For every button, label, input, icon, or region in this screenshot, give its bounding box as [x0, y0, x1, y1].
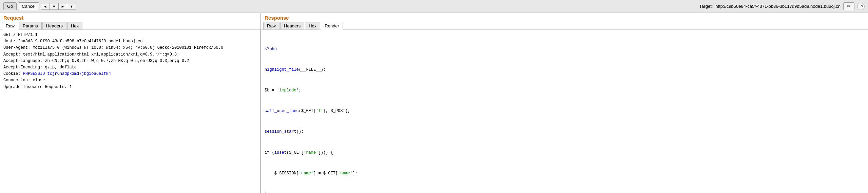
tab-hex[interactable]: Hex: [67, 22, 82, 29]
next-down-button[interactable]: ▼: [67, 3, 76, 9]
request-title: Request: [0, 13, 261, 21]
response-title: Response: [261, 13, 868, 21]
request-line-1: GET / HTTP/1.1: [3, 32, 257, 38]
request-line-3: User-Agent: Mozilla/5.0 (Windows NT 10.0…: [3, 45, 257, 51]
tab-params[interactable]: Params: [19, 22, 42, 29]
code-line-1: highlight_file(__FILE__);: [265, 66, 865, 73]
request-line-8: Connection: close: [3, 77, 257, 84]
tab-headers[interactable]: Headers: [42, 22, 66, 29]
response-panel: Response Raw Headers Hex Render <?php hi…: [261, 13, 868, 193]
request-tabs: Raw Params Headers Hex: [0, 21, 261, 30]
code-line-5: if (isset($_GET['name']))) {: [265, 149, 865, 156]
edit-icon[interactable]: ✏: [843, 2, 854, 10]
code-line-3: call_user_func($_GET['f'], $_POST);: [265, 108, 865, 114]
request-line-9: Upgrade-Insecure-Requests: 1: [3, 84, 257, 90]
tab-response-render[interactable]: Render: [321, 22, 343, 30]
next-button[interactable]: ►: [59, 3, 67, 9]
tab-response-headers[interactable]: Headers: [280, 22, 304, 29]
request-line-6: Accept-Encoding: gzip, deflate: [3, 64, 257, 71]
tab-response-raw[interactable]: Raw: [263, 22, 279, 29]
target-info: Target: http://c9b50e84-ca5f-4371-bb36-3…: [699, 2, 865, 10]
code-line-6: $_SESSION['name'] = $_GET['name'];: [265, 170, 865, 177]
request-panel: Request Raw Params Headers Hex GET / HTT…: [0, 13, 261, 193]
request-content[interactable]: GET / HTTP/1.1 Host: 2aa8d319-0f90-43af-…: [0, 30, 261, 193]
request-line-2: Host: 2aa8d319-0f90-43af-b598-b7c0c41476…: [3, 38, 257, 45]
request-line-7: Cookie: PHPSESSID=tcjr6nadpk3md7jbgioa6e…: [3, 71, 257, 77]
target-label: Target:: [699, 4, 713, 9]
go-button[interactable]: Go: [3, 2, 17, 10]
cookie-value[interactable]: PHPSESSID=tcjr6nadpk3md7jbgioa6elfk4: [23, 71, 111, 76]
toolbar: Go Cancel ◄ ▼ ► ▼ Target: http://c9b50e8…: [0, 0, 868, 13]
prev-button[interactable]: ◄: [41, 3, 50, 9]
cookie-label: Cookie:: [3, 71, 23, 76]
nav-group: ◄ ▼ ► ▼: [41, 3, 76, 10]
code-line-2: $b = 'implode';: [265, 87, 865, 94]
code-block: <?php highlight_file(__FILE__); $b = 'im…: [265, 32, 865, 193]
request-line-5: Accept-Language: zh-CN,zh;q=0.8,zh-TW;q=…: [3, 58, 257, 64]
response-tabs: Raw Headers Hex Render: [261, 21, 868, 30]
request-line-4: Accept: text/html,application/xhtml+xml,…: [3, 51, 257, 58]
cancel-button[interactable]: Cancel: [18, 2, 39, 10]
response-content[interactable]: <?php highlight_file(__FILE__); $b = 'im…: [261, 30, 868, 193]
code-line-4: session_start();: [265, 128, 865, 135]
tab-raw[interactable]: Raw: [2, 22, 18, 30]
code-line-0: <?php: [265, 46, 865, 52]
main-content: Request Raw Params Headers Hex GET / HTT…: [0, 13, 868, 193]
prev-down-button[interactable]: ▼: [50, 3, 59, 9]
code-line-7: }: [265, 191, 865, 193]
tab-response-hex[interactable]: Hex: [305, 22, 320, 29]
target-url: http://c9b50e84-ca5f-4371-bb36-3b117d9b5…: [715, 4, 841, 9]
help-icon[interactable]: ?: [857, 3, 865, 10]
